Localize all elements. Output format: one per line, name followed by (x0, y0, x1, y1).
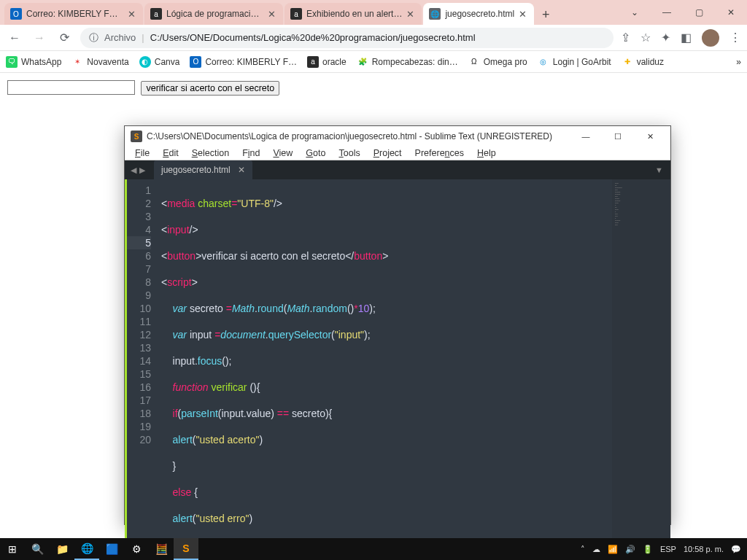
menu-tools[interactable]: Tools (333, 147, 365, 160)
forward-button[interactable]: → (31, 29, 48, 47)
bookmark-correo[interactable]: OCorreo: KIMBERLY F… (190, 56, 297, 68)
battery-icon[interactable]: 🔋 (643, 545, 653, 554)
explorer-icon[interactable]: 📁 (50, 538, 74, 560)
back-button[interactable]: ← (6, 29, 23, 47)
goarbit-icon: ◎ (538, 56, 549, 68)
caret-down-icon[interactable]: ⌄ (619, 0, 651, 25)
outlook-icon: O (190, 56, 201, 68)
new-tab-button[interactable]: + (535, 4, 556, 25)
clock[interactable]: 10:58 p. m. (684, 545, 724, 553)
bookmark-oracle[interactable]: aoracle (307, 56, 347, 68)
tab-label: Correo: KIMBERLY FR - … (26, 9, 123, 19)
bookmark-label: Novaventa (87, 57, 128, 67)
favicon-alura: a (150, 8, 162, 20)
browser-tab-1[interactable]: a Lógica de programació… ✕ (144, 3, 283, 25)
sidepanel-icon[interactable]: ◧ (681, 31, 692, 44)
bookmark-novaventa[interactable]: ✶Novaventa (71, 56, 128, 68)
system-tray: ˄ ☁ 📶 🔊 🔋 ESP 10:58 p. m. 💬 (581, 545, 747, 554)
start-button[interactable]: ⊞ (0, 538, 25, 560)
notifications-icon[interactable]: 💬 (731, 545, 741, 554)
bookmark-canva[interactable]: ◐Canva (139, 56, 180, 68)
omnibox[interactable]: ⓘ Archivo | C:/Users/ONE/Documents/Logic… (80, 28, 614, 48)
menu-view[interactable]: View (267, 147, 298, 160)
reload-button[interactable]: ⟳ (55, 29, 73, 47)
calculator-icon[interactable]: 🧮 (149, 538, 174, 560)
profile-avatar[interactable] (702, 29, 719, 47)
lineno: 11 (127, 315, 151, 328)
menu-find[interactable]: Find (236, 147, 266, 160)
bookmarks-overflow-icon[interactable]: » (736, 57, 741, 67)
favicon-file: 🌐 (429, 8, 441, 20)
sublime-titlebar[interactable]: S C:\Users\ONE\Documents\Logica de progr… (125, 126, 670, 147)
tab-dropdown-icon[interactable]: ▼ (648, 166, 670, 174)
browser-tab-2[interactable]: a Exhibiendo en un alert… ✕ (285, 3, 422, 25)
verify-button[interactable]: verificar si acerto con el secreto (141, 81, 279, 96)
canva-icon: ◐ (139, 56, 151, 68)
menu-project[interactable]: Project (368, 147, 408, 160)
lineno: 18 (127, 407, 151, 420)
onedrive-icon[interactable]: ☁ (592, 545, 600, 554)
close-tab-icon[interactable]: ✕ (519, 9, 527, 20)
minimize-icon[interactable]: — (651, 0, 683, 25)
menu-edit[interactable]: Edit (157, 147, 185, 160)
lineno: 16 (127, 381, 151, 394)
lineno: 1 (127, 184, 151, 197)
tab-next-icon[interactable]: ▶ (139, 166, 145, 175)
close-tab-icon[interactable]: ✕ (268, 9, 276, 20)
close-icon[interactable]: ✕ (635, 126, 665, 147)
chrome-icon[interactable]: 🌐 (74, 538, 99, 560)
lineno: 14 (127, 354, 151, 368)
browser-tab-3-active[interactable]: 🌐 juegosecreto.html ✕ (423, 3, 534, 25)
close-tab-icon[interactable]: ✕ (406, 9, 414, 20)
menu-selection[interactable]: Selection (186, 147, 235, 160)
menu-help[interactable]: Help (471, 147, 502, 160)
bookmark-whatsapp[interactable]: 🗨WhatsApp (6, 56, 61, 68)
lineno: 10 (127, 302, 151, 315)
volume-icon[interactable]: 🔊 (625, 545, 635, 554)
settings-icon[interactable]: ⚙ (124, 538, 149, 560)
search-icon[interactable]: 🔍 (25, 538, 50, 560)
toolbar-right: ⇪ ☆ ✦ ◧ ⋮ (621, 29, 741, 47)
lineno: 17 (127, 394, 151, 407)
minimap[interactable]: ▬▬▬▬▬▬▬▬▬▬▬▬▬▬▬▬▬▬▬▬▬▬▬▬▬▬▬▬▬▬▬▬▬▬▬▬▬▬▬▬… (612, 179, 670, 560)
lineno: 12 (127, 328, 151, 341)
bookmark-label: Login | GoArbit (553, 57, 611, 67)
sublime-taskbar-icon[interactable]: S (174, 538, 198, 560)
extensions-icon[interactable]: ✦ (661, 31, 670, 44)
bookmark-rompecabezas[interactable]: 🧩Rompecabezas: din… (357, 56, 458, 68)
close-tab-icon[interactable]: ✕ (128, 9, 136, 20)
editor-area[interactable]: 1 2 3 4 5 6 7 8 9 10 11 12 13 14 15 16 1… (125, 179, 670, 560)
bookmark-validuz[interactable]: ✚validuz (622, 56, 664, 68)
bookmark-label: Correo: KIMBERLY F… (205, 57, 297, 67)
menu-file[interactable]: File (129, 147, 155, 160)
puzzle-icon: 🧩 (357, 56, 368, 68)
lineno: 6 (127, 249, 151, 262)
wifi-icon[interactable]: 📶 (608, 545, 618, 554)
minimize-icon[interactable]: — (571, 126, 600, 147)
tab-label: juegosecreto.html (445, 9, 514, 19)
tab-label: Exhibiendo en un alert… (306, 9, 402, 19)
lineno: 15 (127, 368, 151, 381)
edge-icon[interactable]: 🟦 (99, 538, 124, 560)
close-tab-icon[interactable]: ✕ (238, 165, 245, 175)
bookmark-goarbit[interactable]: ◎Login | GoArbit (538, 56, 611, 68)
star-icon[interactable]: ☆ (640, 31, 651, 44)
omnibox-separator: | (142, 32, 144, 43)
omega-icon: Ω (468, 56, 480, 68)
code-view[interactable]: <media charset="UTF-8"/> <input/> <butto… (157, 179, 612, 560)
tray-chevron-icon[interactable]: ˄ (581, 545, 585, 554)
bookmark-omegapro[interactable]: ΩOmega pro (468, 56, 527, 68)
maximize-icon[interactable]: ☐ (603, 126, 632, 147)
language-indicator[interactable]: ESP (660, 545, 676, 553)
close-icon[interactable]: ✕ (715, 0, 747, 25)
browser-tab-0[interactable]: O Correo: KIMBERLY FR - … ✕ (4, 3, 143, 25)
guess-input[interactable] (7, 80, 135, 95)
menu-preferences[interactable]: Preferences (409, 147, 470, 160)
tab-prev-icon[interactable]: ◀ (131, 166, 136, 175)
editor-tab[interactable]: juegosecreto.html ✕ (154, 160, 252, 179)
lineno: 8 (127, 276, 151, 289)
maximize-icon[interactable]: ▢ (683, 0, 715, 25)
menu-goto[interactable]: Goto (300, 147, 331, 160)
kebab-menu-icon[interactable]: ⋮ (729, 31, 741, 44)
share-icon[interactable]: ⇪ (621, 31, 630, 44)
